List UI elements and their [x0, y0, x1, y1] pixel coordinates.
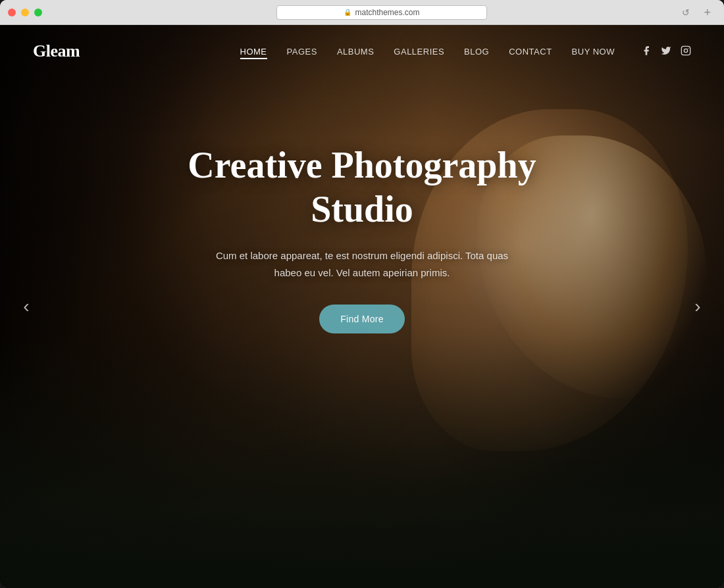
new-tab-button[interactable]: + [704, 7, 711, 18]
nav-link-home[interactable]: HOME [240, 47, 267, 59]
chevron-left-icon: ‹ [23, 296, 29, 317]
url-input[interactable]: 🔒 matchthemes.com [276, 5, 487, 20]
website-content: Gleam HOME PAGES ALBUMS GALLERIES BLOG [0, 25, 724, 588]
reload-icon[interactable]: ↺ [682, 7, 690, 18]
nav-item-galleries[interactable]: GALLERIES [394, 45, 444, 57]
title-bar: 🔒 matchthemes.com ↺ + [0, 0, 724, 25]
find-more-button[interactable]: Find More [319, 305, 405, 333]
svg-point-1 [684, 49, 687, 52]
social-links [641, 45, 691, 58]
nav-link-pages[interactable]: PAGES [287, 47, 317, 57]
nav-link-blog[interactable]: BLOG [464, 47, 489, 57]
nav-links: HOME PAGES ALBUMS GALLERIES BLOG CONTACT [240, 45, 615, 57]
navigation: Gleam HOME PAGES ALBUMS GALLERIES BLOG [0, 25, 724, 78]
dark-foliage [0, 335, 724, 588]
nav-item-home[interactable]: HOME [240, 45, 267, 57]
nav-item-albums[interactable]: ALBUMS [337, 45, 374, 57]
maximize-button[interactable] [34, 9, 42, 16]
nav-item-blog[interactable]: BLOG [464, 45, 489, 57]
svg-rect-0 [681, 46, 690, 55]
browser-window: 🔒 matchthemes.com ↺ + Gleam HOME PAGES [0, 0, 724, 588]
address-bar: 🔒 matchthemes.com ↺ + [47, 5, 716, 20]
hero-subtitle: Cum et labore appareat, te est nostrum e… [204, 247, 520, 281]
slider-next-button[interactable]: › [685, 293, 711, 320]
site-logo[interactable]: Gleam [33, 41, 80, 61]
nav-link-albums[interactable]: ALBUMS [337, 47, 374, 57]
instagram-icon[interactable] [681, 45, 691, 58]
chevron-right-icon: › [694, 296, 700, 317]
url-text: matchthemes.com [355, 8, 419, 17]
slider-prev-button[interactable]: ‹ [13, 293, 39, 320]
close-button[interactable] [8, 9, 16, 16]
nav-item-contact[interactable]: CONTACT [509, 45, 552, 57]
nav-link-galleries[interactable]: GALLERIES [394, 47, 444, 57]
nav-link-contact[interactable]: CONTACT [509, 47, 552, 57]
hero-title: Creative Photography Studio [165, 143, 559, 232]
hero-content: Creative Photography Studio Cum et labor… [0, 143, 724, 333]
nav-link-buy-now[interactable]: BUY NOW [572, 47, 615, 57]
twitter-icon[interactable] [661, 45, 671, 58]
nav-item-buy-now[interactable]: BUY NOW [572, 45, 615, 57]
svg-point-2 [688, 47, 688, 48]
lock-icon: 🔒 [344, 9, 351, 16]
nav-item-pages[interactable]: PAGES [287, 45, 317, 57]
facebook-icon[interactable] [641, 45, 652, 58]
minimize-button[interactable] [21, 9, 29, 16]
